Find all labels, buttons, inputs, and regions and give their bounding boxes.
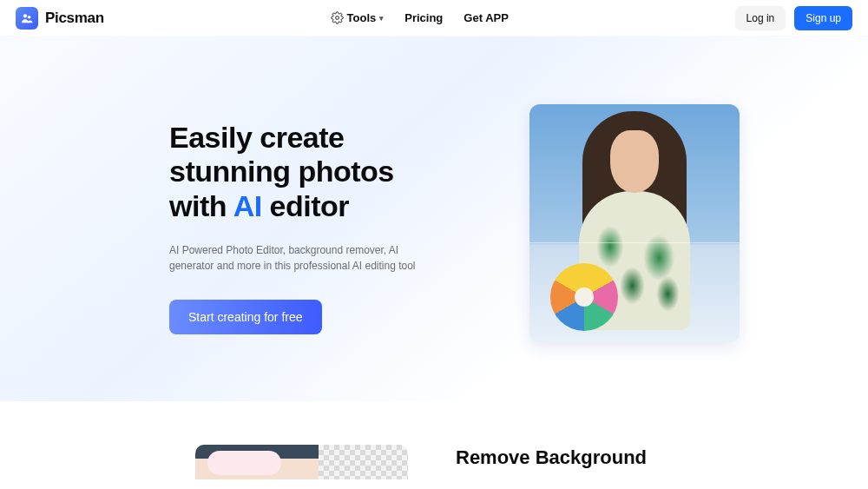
nav-pricing-label: Pricing — [404, 11, 443, 24]
gear-icon — [331, 11, 344, 24]
hero-title-line1: Easily create — [169, 121, 344, 154]
hero-image — [529, 104, 740, 343]
hero-title-line3a: with — [169, 189, 233, 222]
nav-getapp-label: Get APP — [464, 11, 509, 24]
hero-title-line2: stunning photos — [169, 155, 394, 188]
signup-button[interactable]: Sign up — [794, 6, 852, 30]
svg-point-0 — [23, 14, 27, 17]
remove-bg-title: Remove Background — [456, 446, 699, 469]
nav-getapp[interactable]: Get APP — [464, 11, 509, 24]
hero-copy: Easily create stunning photos with AI ed… — [169, 103, 464, 334]
hero-title-line3b: editor — [262, 189, 349, 222]
navbar: Picsman Tools ▾ Pricing Get APP Log in S… — [0, 0, 868, 36]
cta-button[interactable]: Start creating for free — [169, 300, 322, 334]
remove-bg-image — [195, 445, 408, 479]
hero-image-divider — [529, 242, 740, 243]
login-button[interactable]: Log in — [735, 6, 786, 30]
hero-section: Easily create stunning photos with AI ed… — [0, 36, 868, 401]
nav-tools[interactable]: Tools ▾ — [331, 11, 385, 24]
nav-right: Log in Sign up — [735, 6, 852, 30]
logo[interactable]: Picsman — [16, 7, 104, 30]
nav-pricing[interactable]: Pricing — [404, 11, 443, 24]
logo-text: Picsman — [45, 10, 104, 27]
nav-center: Tools ▾ Pricing Get APP — [331, 11, 509, 24]
chevron-down-icon: ▾ — [379, 14, 384, 23]
logo-icon — [16, 7, 38, 30]
remove-bg-section: Remove Background — [0, 401, 868, 479]
remove-bg-copy: Remove Background — [456, 445, 699, 469]
svg-point-2 — [335, 17, 339, 20]
hero-image-ball — [550, 263, 618, 331]
svg-point-1 — [28, 15, 30, 17]
hero-subtitle: AI Powered Photo Editor, background remo… — [169, 242, 430, 274]
hero-title-ai: AI — [233, 189, 262, 222]
hero-title: Easily create stunning photos with AI ed… — [169, 121, 464, 222]
transparency-checker — [319, 445, 408, 479]
nav-tools-label: Tools — [347, 11, 377, 24]
